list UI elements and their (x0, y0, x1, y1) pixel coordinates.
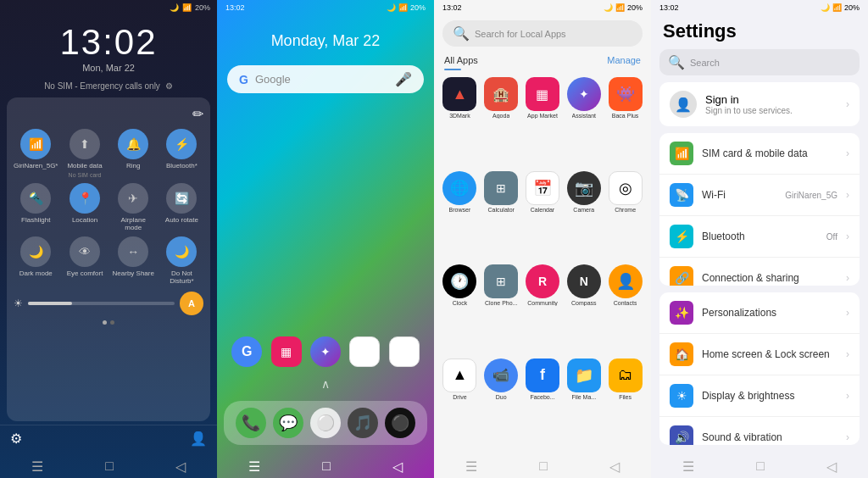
eyecomfort-icon[interactable]: 👁 (70, 236, 100, 267)
app-compass[interactable]: N Compass (565, 264, 603, 355)
sign-in-chevron: › (846, 98, 849, 110)
camera-dock-icon[interactable]: ⚪ (310, 408, 341, 438)
nearbyshare-toggle[interactable]: ↔ Nearby Share (112, 236, 155, 285)
brightness-bar[interactable] (28, 302, 175, 305)
bluetooth-settings-item[interactable]: ⚡ Bluetooth Off › (659, 216, 860, 258)
user-icon-bottom[interactable]: 👤 (190, 431, 207, 447)
home-nav-3[interactable]: □ (539, 459, 548, 475)
connection-settings-item[interactable]: 🔗 Connection & sharing › (659, 258, 860, 286)
personalizations-item[interactable]: ✨ Personalizations › (659, 292, 860, 334)
edit-icon[interactable]: ✏ (192, 106, 203, 122)
menu-nav-icon[interactable]: ☰ (31, 459, 43, 475)
bluetooth-toggle[interactable]: ⚡ Bluetooth* (160, 129, 203, 178)
app-calendar[interactable]: 📅 Calendar (524, 171, 562, 262)
home-spacer (217, 100, 434, 333)
location-icon[interactable]: 📍 (70, 183, 100, 214)
connection-icon: 🔗 (670, 266, 693, 286)
app-clone-phone[interactable]: ⊞ Clone Pho... (482, 264, 520, 355)
app-clock[interactable]: 🕐 Clock (441, 264, 479, 355)
app-community[interactable]: R Community (524, 264, 562, 355)
google-app-icon[interactable]: G (231, 336, 262, 367)
music-dock-icon[interactable]: 🎵 (348, 408, 378, 438)
home-nav-4[interactable]: □ (756, 459, 765, 475)
wifi-chevron: › (846, 189, 849, 201)
menu-nav-4[interactable]: ☰ (682, 459, 694, 475)
back-nav-icon[interactable]: ◁ (175, 459, 186, 475)
ring-icon[interactable]: 🔔 (118, 129, 148, 159)
back-nav-3[interactable]: ◁ (609, 459, 620, 475)
ring-toggle[interactable]: 🔔 Ring (112, 129, 155, 178)
airplane-icon[interactable]: ✈ (118, 183, 148, 214)
bluetooth-text: Bluetooth (702, 231, 818, 242)
app-search-bar[interactable]: 🔍 Search for Local Apps (442, 20, 643, 47)
nearbyshare-icon[interactable]: ↔ (118, 236, 148, 267)
play-store-icon[interactable]: ▶ (349, 336, 380, 367)
mobile-data-toggle[interactable]: ⬆ Mobile data No SIM card (63, 129, 106, 178)
sound-item[interactable]: 🔊 Sound & vibration › (659, 417, 860, 445)
display-label: Display & brightness (702, 390, 837, 402)
app-baca-plus[interactable]: 👾 Baca Plus (606, 77, 644, 168)
wifi-settings-icon: 📡 (670, 183, 693, 207)
home-nav-icon[interactable]: □ (105, 459, 114, 475)
manage-button[interactable]: Manage (607, 55, 641, 65)
mic-icon[interactable]: 🎤 (395, 71, 412, 87)
battery-4: 20% (844, 3, 860, 12)
darkmode-icon[interactable]: 🌙 (20, 236, 51, 267)
app-files[interactable]: 🗂 Files (606, 358, 644, 449)
swipe-up-indicator: ∧ (217, 374, 434, 394)
mobile-data-icon[interactable]: ⬆ (70, 129, 100, 159)
phone-dock-icon[interactable]: 📞 (236, 408, 266, 438)
app-drive[interactable]: ▲ Drive (441, 358, 479, 449)
menu-nav-2[interactable]: ☰ (248, 459, 260, 475)
google-search-bar[interactable]: G Google 🎤 (227, 65, 424, 93)
settings-search-bar[interactable]: 🔍 Search (659, 49, 860, 75)
app-facebook[interactable]: f Facebo... (524, 358, 562, 449)
homescreen-item[interactable]: 🏠 Home screen & Lock screen › (659, 334, 860, 375)
menu-nav-3[interactable]: ☰ (465, 459, 477, 475)
app-market-icon[interactable]: ▦ (271, 336, 302, 367)
app-assistant[interactable]: ✦ Assistant (565, 77, 603, 168)
app-camera[interactable]: 📷 Camera (565, 171, 603, 262)
home-nav-2[interactable]: □ (322, 459, 331, 475)
app-contacts[interactable]: 👤 Contacts (606, 264, 644, 355)
assistant-icon[interactable]: ✦ (310, 336, 341, 367)
bluetooth-icon[interactable]: ⚡ (166, 129, 197, 159)
flashlight-icon[interactable]: 🔦 (20, 183, 51, 214)
sim-settings-item[interactable]: 📶 SIM card & mobile data › (659, 133, 860, 175)
ring-label: Ring (126, 162, 140, 170)
app-duo[interactable]: 📹 Duo (482, 358, 520, 449)
wifi-toggle[interactable]: 📶 GiriNaren_5G* (14, 129, 58, 178)
sign-in-card[interactable]: 👤 Sign in Sign in to use services. › (659, 82, 860, 126)
home-date: Monday, Mar 22 (217, 15, 434, 58)
display-item[interactable]: ☀ Display & brightness › (659, 375, 860, 417)
chrome-icon[interactable]: ◎ (389, 336, 420, 367)
back-nav-4[interactable]: ◁ (826, 459, 837, 475)
user-avatar: A (180, 292, 203, 315)
messages-dock-icon[interactable]: 💬 (273, 408, 303, 438)
wifi-toggle-icon[interactable]: 📶 (20, 129, 51, 159)
page-dots (14, 320, 203, 325)
wifi-settings-item[interactable]: 📡 Wi-Fi GiriNaren_5G › (659, 175, 860, 216)
camera2-dock-icon[interactable]: ⚫ (385, 408, 415, 438)
app-agoda[interactable]: 🏨 Agoda (482, 77, 520, 168)
bluetooth-settings-label: Bluetooth (702, 231, 818, 242)
airplane-toggle[interactable]: ✈ Airplane mode (112, 183, 155, 231)
wifi-icon-3: 📶 (615, 3, 625, 12)
app-chrome[interactable]: ◎ Chrome (606, 171, 644, 262)
autorotate-icon[interactable]: 🔄 (166, 183, 197, 214)
eyecomfort-toggle[interactable]: 👁 Eye comfort (63, 236, 106, 285)
darkmode-toggle[interactable]: 🌙 Dark mode (14, 236, 58, 285)
settings-icon-bottom[interactable]: ⚙ (10, 431, 22, 447)
status-time-2: 13:02 (225, 3, 245, 12)
app-file-manager[interactable]: 📁 File Ma... (565, 358, 603, 449)
back-nav-2[interactable]: ◁ (392, 459, 403, 475)
app-browser[interactable]: 🌐 Browser (441, 171, 479, 262)
location-toggle[interactable]: 📍 Location (63, 183, 106, 231)
dnd-toggle[interactable]: 🌙 Do Not Disturb* (160, 236, 203, 285)
autorotate-toggle[interactable]: 🔄 Auto rotate (160, 183, 203, 231)
app-3dmark[interactable]: ▲ 3DMark (441, 77, 479, 168)
flashlight-toggle[interactable]: 🔦 Flashlight (14, 183, 58, 231)
app-calculator[interactable]: ⊞ Calculator (482, 171, 520, 262)
app-market[interactable]: ▦ App Market (524, 77, 562, 168)
dnd-icon[interactable]: 🌙 (166, 236, 197, 267)
